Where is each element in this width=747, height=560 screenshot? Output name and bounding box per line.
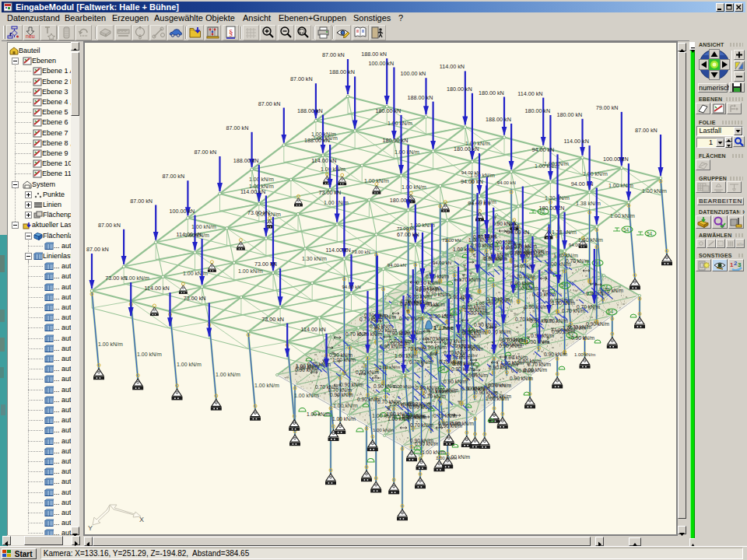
svg-text:87.00 kN: 87.00 kN [258,100,281,107]
svg-text:64: 64 [608,309,614,314]
svg-text:94.00 kN: 94.00 kN [388,263,406,268]
svg-text:100.00 kN: 100.00 kN [170,208,195,215]
svg-text:1.00 kN/m: 1.00 kN/m [435,389,456,394]
svg-text:54: 54 [623,227,630,233]
svg-text:100.00 kN: 100.00 kN [368,60,394,67]
svg-text:94.00 kN: 94.00 kN [514,264,532,268]
svg-text:180.00 kN: 180.00 kN [447,86,472,93]
svg-text:1.00 kN/m: 1.00 kN/m [177,362,202,367]
svg-text:1.00 kN/m: 1.00 kN/m [485,383,506,387]
svg-text:0.90 kN/m: 0.90 kN/m [340,382,364,387]
svg-text:0.70 kN/m: 0.70 kN/m [389,338,413,344]
svg-text:1.00 kN/m: 1.00 kN/m [583,171,608,177]
svg-text:54: 54 [647,231,653,236]
svg-text:1.00 kN/m: 1.00 kN/m [535,163,559,169]
svg-text:0.70 kN/m: 0.70 kN/m [410,422,434,428]
svg-text:73.00 kN: 73.00 kN [105,275,128,282]
svg-text:1.00 kN/m: 1.00 kN/m [294,393,319,398]
svg-text:1.00 kN/m: 1.00 kN/m [364,178,389,184]
svg-text:0.90 kN/m: 0.90 kN/m [510,376,534,381]
svg-text:0.90 kN/m: 0.90 kN/m [330,392,354,397]
svg-text:1.00 kN/m: 1.00 kN/m [183,271,208,276]
svg-text:1.00 kN/m: 1.00 kN/m [373,428,394,432]
svg-text:87.00 kN: 87.00 kN [130,198,153,205]
svg-text:188.00 kN: 188.00 kN [361,51,387,58]
svg-text:0.90 kN/m: 0.90 kN/m [471,243,495,248]
svg-text:§: § [229,27,233,37]
svg-text:114.00 kN: 114.00 kN [440,63,465,70]
svg-text:73.00 kN: 73.00 kN [184,295,206,302]
svg-text:1.00 kN/m: 1.00 kN/m [216,372,240,377]
svg-text:1.00 kN/m: 1.00 kN/m [526,339,550,345]
svg-text:1.00 kN/m: 1.00 kN/m [447,454,471,460]
svg-text:87.00 kN: 87.00 kN [162,173,184,180]
svg-text:0.90 kN/m: 0.90 kN/m [415,441,439,446]
svg-text:0.90 kN/m: 0.90 kN/m [531,333,555,338]
svg-text:94.00 kN: 94.00 kN [342,285,361,289]
svg-text:0.90 kN/m: 0.90 kN/m [451,421,475,426]
svg-text:0.70 kN/m: 0.70 kN/m [488,329,512,334]
svg-text:1.00 kN/m: 1.00 kN/m [514,285,538,291]
svg-text:180.00 kN: 180.00 kN [557,111,583,118]
svg-text:0.70 kN/m: 0.70 kN/m [328,387,352,393]
svg-text:188.00 kN: 188.00 kN [297,107,323,114]
svg-text:188.00 kN: 188.00 kN [486,116,511,123]
svg-text:1.00 kN/m: 1.00 kN/m [254,383,279,388]
svg-text:73.00 kN: 73.00 kN [261,316,284,323]
svg-text:114.00 kN: 114.00 kN [240,188,265,195]
svg-text:0.90 kN/m: 0.90 kN/m [416,280,440,285]
svg-text:180.00 kN: 180.00 kN [539,205,565,212]
svg-text:1.00 kN/m: 1.00 kN/m [249,177,274,182]
svg-text:0.70 kN/m: 0.70 kN/m [528,362,552,367]
svg-text:1.00 kN/m: 1.00 kN/m [395,149,419,155]
svg-text:1.00 kN/m: 1.00 kN/m [379,365,400,369]
svg-text:3: 3 [738,261,742,268]
svg-text:188.00 kN: 188.00 kN [304,137,330,144]
svg-text:67.00 kN: 67.00 kN [397,231,419,238]
svg-text:188.00 kN: 188.00 kN [233,157,259,164]
svg-text:1.00 kN/m: 1.00 kN/m [332,416,356,422]
svg-text:180.00 kN: 180.00 kN [479,89,504,96]
svg-text:94.00 kN: 94.00 kN [461,170,480,175]
svg-text:0.90 kN/m: 0.90 kN/m [388,331,412,336]
svg-text:X: X [139,516,144,523]
svg-text:114.00 kN: 114.00 kN [517,90,542,97]
svg-text:0.70 kN/m: 0.70 kN/m [577,304,601,310]
svg-text:0.90 kN/m: 0.90 kN/m [499,343,523,348]
svg-text:alle: alle [737,242,744,247]
svg-text:1.00 kN/m: 1.00 kN/m [388,121,412,126]
svg-text:73.00 kN: 73.00 kN [397,226,416,231]
svg-text:1.00 kN/m: 1.00 kN/m [98,341,123,347]
svg-text:0.70 kN/m: 0.70 kN/m [409,359,433,365]
svg-text:0.90 kN/m: 0.90 kN/m [423,345,447,350]
svg-text:114.00 kN: 114.00 kN [564,138,589,145]
svg-text:1.00 kN/m: 1.00 kN/m [238,268,263,274]
svg-text:73.00 kN: 73.00 kN [442,238,461,243]
svg-text:1.00 kN/m: 1.00 kN/m [486,396,510,401]
svg-text:87.00 kN: 87.00 kN [195,149,217,156]
svg-text:73.00 kN: 73.00 kN [352,250,370,254]
svg-text:0.70 kN/m: 0.70 kN/m [423,394,447,399]
svg-text:79.00 kN: 79.00 kN [596,104,619,111]
svg-text:0.90 kN/m: 0.90 kN/m [426,274,450,279]
svg-text:180.00 kN: 180.00 kN [383,137,409,144]
svg-text:180.00 kN: 180.00 kN [376,107,402,114]
svg-text:54: 54 [561,282,567,288]
svg-text:0.70 kN/m: 0.70 kN/m [527,250,551,255]
svg-text:94.00 kN: 94.00 kN [433,261,451,265]
svg-text:73.00 kN: 73.00 kN [254,261,277,268]
svg-text:1.00 kN/m: 1.00 kN/m [333,403,358,408]
svg-text:1.00 kN/m: 1.00 kN/m [488,298,513,303]
svg-text:188.00 kN: 188.00 kN [408,94,433,101]
svg-text:0.90 kN/m: 0.90 kN/m [370,324,394,329]
svg-text:54: 54 [440,366,446,372]
svg-text:0.70 kN/m: 0.70 kN/m [500,337,524,342]
svg-text:114.00 kN: 114.00 kN [311,157,336,164]
svg-text:87.00 kN: 87.00 kN [86,246,109,253]
svg-text:114.00 kN: 114.00 kN [301,326,326,333]
svg-text:neu: neu [26,33,35,39]
svg-text:Y: Y [88,524,93,532]
svg-text:0.90 kN/m: 0.90 kN/m [329,352,353,358]
svg-text:0.90 kN/m: 0.90 kN/m [524,304,549,310]
svg-text:0.70 kN/m: 0.70 kN/m [566,258,590,264]
